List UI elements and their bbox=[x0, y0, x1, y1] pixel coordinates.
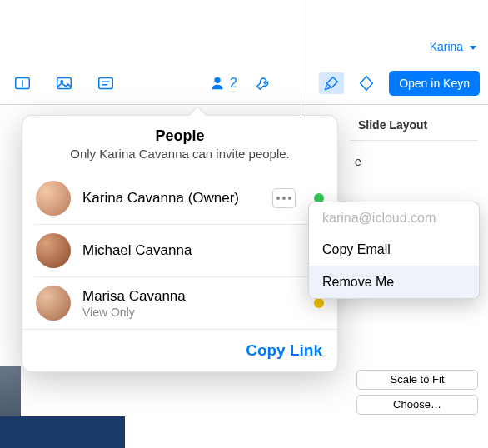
inspector-divider bbox=[350, 140, 478, 141]
person-row[interactable]: Michael Cavanna bbox=[34, 224, 326, 276]
account-menu[interactable]: Karina bbox=[430, 40, 476, 53]
people-popover-title: People bbox=[36, 127, 324, 145]
person-icon bbox=[208, 74, 227, 92]
person-name: Michael Cavanna bbox=[82, 242, 192, 259]
person-row[interactable]: Karina Cavanna (Owner) bbox=[34, 172, 326, 224]
inspector-section-title: Slide Layout bbox=[358, 118, 427, 132]
collaboration-button[interactable]: 2 bbox=[208, 74, 237, 92]
person-row[interactable]: Marisa Cavanna View Only bbox=[34, 276, 326, 329]
animate-button[interactable] bbox=[356, 74, 377, 92]
text-icon bbox=[97, 74, 115, 92]
slide-thumbnail-fragment bbox=[0, 416, 125, 448]
person-role: View Only bbox=[82, 306, 186, 319]
more-options-button[interactable] bbox=[272, 188, 296, 208]
slide-thumbnail-fragment bbox=[0, 366, 21, 416]
people-popover-subtitle: Only Karina Cavanna can invite people. bbox=[36, 147, 324, 161]
person-name: Marisa Cavanna bbox=[82, 288, 186, 305]
diamond-icon bbox=[357, 74, 376, 92]
svg-rect-2 bbox=[57, 78, 72, 89]
copy-link-button[interactable]: Copy Link bbox=[246, 341, 322, 359]
choose-button[interactable]: Choose… bbox=[356, 395, 478, 415]
text-button[interactable] bbox=[95, 74, 117, 92]
format-button[interactable] bbox=[319, 72, 344, 94]
person-name: Karina Cavanna (Owner) bbox=[82, 190, 239, 207]
context-menu-email: karina@icloud.com bbox=[309, 202, 479, 234]
toolbar-divider bbox=[0, 104, 488, 105]
avatar bbox=[36, 286, 71, 321]
context-menu-copy-email[interactable]: Copy Email bbox=[309, 234, 479, 266]
people-popover: People Only Karina Cavanna can invite pe… bbox=[22, 115, 338, 372]
toolbar: 2 Open in Keyn bbox=[0, 67, 488, 100]
add-shape-button[interactable] bbox=[12, 74, 33, 92]
account-name: Karina bbox=[430, 40, 463, 53]
presence-indicator bbox=[314, 298, 324, 308]
paintbrush-icon bbox=[322, 74, 341, 92]
collaboration-count: 2 bbox=[230, 76, 237, 91]
image-icon bbox=[55, 74, 73, 92]
inspector-truncated-label: e bbox=[355, 155, 361, 168]
context-menu-remove-me[interactable]: Remove Me bbox=[309, 266, 479, 298]
wrench-icon bbox=[254, 74, 272, 92]
avatar bbox=[36, 181, 71, 216]
add-icon bbox=[13, 74, 32, 92]
scale-to-fit-button[interactable]: Scale to Fit bbox=[356, 370, 478, 390]
tools-button[interactable] bbox=[252, 74, 274, 92]
open-in-keynote-button[interactable]: Open in Keyn bbox=[389, 71, 480, 96]
context-menu: karina@icloud.com Copy Email Remove Me bbox=[308, 202, 480, 299]
avatar bbox=[36, 233, 71, 268]
svg-rect-4 bbox=[99, 78, 113, 89]
people-list: Karina Cavanna (Owner) Michael Cavanna M… bbox=[22, 169, 337, 329]
media-button[interactable] bbox=[53, 74, 75, 92]
